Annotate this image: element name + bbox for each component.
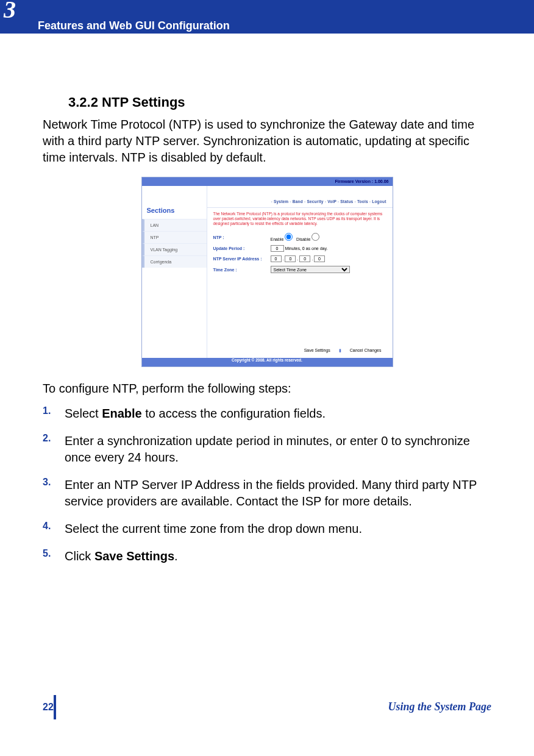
sidebar-heading: Sections xyxy=(142,186,207,219)
section-title: NTP Settings xyxy=(102,94,185,110)
chapter-number: 3 xyxy=(4,0,16,24)
select-timezone[interactable]: Select Time Zone xyxy=(271,266,350,273)
header-title: Features and Web GUI Configuration xyxy=(38,20,230,32)
footer-rule xyxy=(54,695,56,719)
radio-disable[interactable] xyxy=(312,233,319,241)
label-ntp: NTP : xyxy=(213,235,271,240)
step-1-b: Enable xyxy=(102,407,142,420)
input-ip-1[interactable] xyxy=(271,255,282,262)
section-body: Network Time Protocol (NTP) is used to s… xyxy=(43,116,491,166)
button-separator: ▮ xyxy=(335,348,345,353)
step-5-b: Save Settings xyxy=(94,549,174,563)
content-area: 3.2.2 NTP Settings Network Time Protocol… xyxy=(0,34,534,565)
sidebar-item-corrigenda[interactable]: Corrigenda xyxy=(142,255,207,268)
top-nav[interactable]: ◦ System ◦ Band ◦ Security ◦ VoIP ◦ Stat… xyxy=(207,186,393,208)
embedded-screenshot: Firmware Version : 1.00.06 Sections LAN … xyxy=(141,177,393,367)
screenshot-body: Sections LAN NTP VLAN Tagging Corrigenda… xyxy=(142,186,393,358)
row-ntp: NTP : Enable Disable xyxy=(207,231,393,243)
step-2: Enter a synchronization update period in… xyxy=(43,433,491,466)
label-update: Update Period : xyxy=(213,246,271,251)
row-timezone: Time Zone : Select Time Zone xyxy=(207,264,393,275)
sidebar-item-lan[interactable]: LAN xyxy=(142,219,207,231)
step-5-a: Click xyxy=(65,549,94,563)
page-footer: 22 Using the System Page xyxy=(43,701,491,713)
row-update: Update Period : Minutes, 0 as one day. xyxy=(207,243,393,254)
section-number: 3.2.2 xyxy=(68,94,98,110)
label-server: NTP Server IP Address : xyxy=(213,257,271,261)
label-timezone: Time Zone : xyxy=(213,268,271,272)
input-update[interactable] xyxy=(271,245,284,252)
update-suffix: Minutes, 0 as one day. xyxy=(285,246,327,251)
step-1-c: to access the configuration fields. xyxy=(142,407,326,420)
cancel-button[interactable]: Cancel Changes xyxy=(346,348,385,352)
row-server: NTP Server IP Address : . . . xyxy=(207,254,393,264)
step-3: Enter an NTP Server IP Address in the fi… xyxy=(43,477,491,510)
section-heading: 3.2.2 NTP Settings xyxy=(68,94,491,110)
step-4: Select the current time zone from the dr… xyxy=(43,521,491,537)
steps-list: Select Enable to access the configuratio… xyxy=(43,405,491,565)
screenshot-footer: Copyright © 2008. All rights reserved. xyxy=(142,358,393,366)
screenshot-topbar: Firmware Version : 1.00.06 xyxy=(142,177,393,186)
footer-title: Using the System Page xyxy=(388,701,492,713)
page-number: 22 xyxy=(43,702,54,713)
step-5: Click Save Settings. xyxy=(43,548,491,565)
firmware-version: Firmware Version : 1.00.06 xyxy=(335,179,389,184)
sidebar-item-vlan[interactable]: VLAN Tagging xyxy=(142,243,207,255)
step-1-a: Select xyxy=(65,407,102,420)
ntp-blurb: The Network Time Protocol (NTP) is a pro… xyxy=(207,208,393,231)
step-1: Select Enable to access the configuratio… xyxy=(43,405,491,422)
enable-label: Enable xyxy=(271,237,284,241)
screenshot-main: ◦ System ◦ Band ◦ Security ◦ VoIP ◦ Stat… xyxy=(207,186,393,358)
screenshot-sidebar: Sections LAN NTP VLAN Tagging Corrigenda xyxy=(142,186,207,358)
disable-label: Disable xyxy=(296,237,310,241)
button-row: Save Settings ▮ Cancel Changes xyxy=(207,275,393,358)
radio-enable[interactable] xyxy=(285,233,293,241)
input-ip-4[interactable] xyxy=(314,255,325,262)
sidebar-item-ntp[interactable]: NTP xyxy=(142,231,207,243)
save-button[interactable]: Save Settings xyxy=(301,348,334,352)
page-header: 3 Features and Web GUI Configuration xyxy=(0,0,534,34)
steps-intro: To configure NTP, perform the following … xyxy=(43,380,491,397)
input-ip-2[interactable] xyxy=(285,255,296,262)
step-5-c: . xyxy=(174,549,178,563)
input-ip-3[interactable] xyxy=(299,255,310,262)
